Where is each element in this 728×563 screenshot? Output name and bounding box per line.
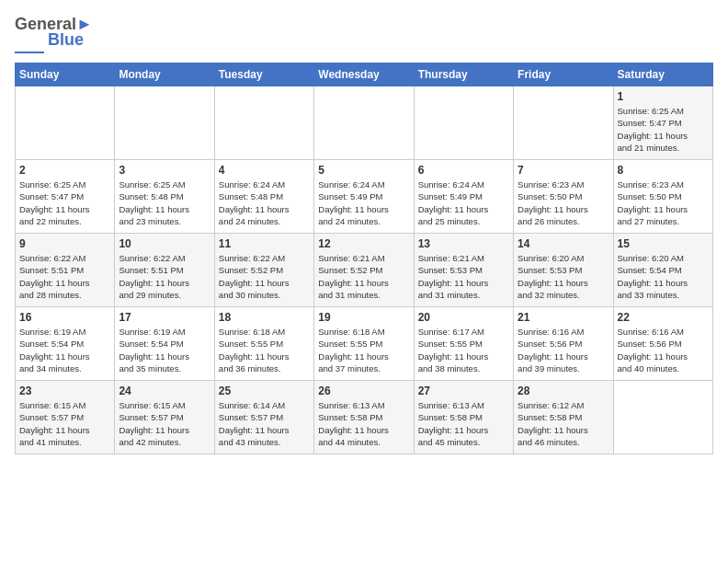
calendar-cell: 24Sunrise: 6:15 AM Sunset: 5:57 PM Dayli… — [115, 381, 214, 454]
day-number: 26 — [318, 385, 409, 397]
day-number: 23 — [19, 385, 110, 397]
day-number: 3 — [119, 164, 210, 177]
day-number: 16 — [19, 311, 110, 324]
col-header-wednesday: Wednesday — [314, 63, 414, 86]
day-number: 19 — [318, 311, 409, 324]
day-info: Sunrise: 6:25 AM Sunset: 5:47 PM Dayligh… — [618, 105, 709, 154]
calendar-cell — [214, 86, 313, 160]
day-number: 28 — [518, 385, 609, 397]
day-info: Sunrise: 6:15 AM Sunset: 5:57 PM Dayligh… — [119, 399, 210, 448]
day-number: 17 — [119, 311, 210, 324]
day-number: 5 — [318, 164, 409, 177]
calendar-cell: 4Sunrise: 6:24 AM Sunset: 5:48 PM Daylig… — [214, 160, 313, 234]
calendar-cell: 25Sunrise: 6:14 AM Sunset: 5:57 PM Dayli… — [214, 381, 313, 454]
day-info: Sunrise: 6:19 AM Sunset: 5:54 PM Dayligh… — [19, 326, 110, 374]
day-info: Sunrise: 6:23 AM Sunset: 5:50 PM Dayligh… — [518, 178, 609, 227]
day-number: 6 — [418, 164, 509, 177]
day-number: 25 — [219, 385, 310, 397]
calendar-cell: 22Sunrise: 6:16 AM Sunset: 5:56 PM Dayli… — [613, 307, 712, 381]
calendar-cell: 20Sunrise: 6:17 AM Sunset: 5:55 PM Dayli… — [414, 307, 513, 381]
day-number: 15 — [618, 237, 709, 250]
logo: General ► Blue — [15, 15, 93, 53]
day-info: Sunrise: 6:13 AM Sunset: 5:58 PM Dayligh… — [418, 399, 509, 448]
calendar-cell: 15Sunrise: 6:20 AM Sunset: 5:54 PM Dayli… — [613, 234, 712, 307]
day-info: Sunrise: 6:12 AM Sunset: 5:58 PM Dayligh… — [518, 399, 609, 448]
day-number: 14 — [518, 237, 609, 250]
calendar-cell — [514, 86, 613, 160]
calendar-cell: 5Sunrise: 6:24 AM Sunset: 5:49 PM Daylig… — [314, 160, 414, 234]
calendar-cell: 3Sunrise: 6:25 AM Sunset: 5:48 PM Daylig… — [115, 160, 214, 234]
day-number: 27 — [418, 385, 509, 397]
col-header-thursday: Thursday — [414, 63, 513, 86]
day-info: Sunrise: 6:20 AM Sunset: 5:54 PM Dayligh… — [618, 252, 709, 301]
calendar-cell — [16, 86, 115, 160]
calendar-cell: 19Sunrise: 6:18 AM Sunset: 5:55 PM Dayli… — [314, 307, 414, 381]
logo-underline — [15, 52, 44, 53]
calendar-cell: 21Sunrise: 6:16 AM Sunset: 5:56 PM Dayli… — [514, 307, 613, 381]
calendar-cell: 16Sunrise: 6:19 AM Sunset: 5:54 PM Dayli… — [16, 307, 115, 381]
calendar-cell: 26Sunrise: 6:13 AM Sunset: 5:58 PM Dayli… — [314, 381, 414, 454]
col-header-tuesday: Tuesday — [214, 63, 313, 86]
day-number: 21 — [518, 311, 609, 324]
day-info: Sunrise: 6:20 AM Sunset: 5:53 PM Dayligh… — [518, 252, 609, 301]
calendar-cell: 6Sunrise: 6:24 AM Sunset: 5:49 PM Daylig… — [414, 160, 513, 234]
day-info: Sunrise: 6:16 AM Sunset: 5:56 PM Dayligh… — [618, 326, 709, 374]
day-number: 7 — [518, 164, 609, 177]
day-info: Sunrise: 6:22 AM Sunset: 5:51 PM Dayligh… — [119, 252, 210, 301]
day-info: Sunrise: 6:16 AM Sunset: 5:56 PM Dayligh… — [518, 326, 609, 374]
calendar-cell: 9Sunrise: 6:22 AM Sunset: 5:51 PM Daylig… — [16, 234, 115, 307]
calendar-cell: 7Sunrise: 6:23 AM Sunset: 5:50 PM Daylig… — [514, 160, 613, 234]
calendar-cell: 8Sunrise: 6:23 AM Sunset: 5:50 PM Daylig… — [613, 160, 712, 234]
day-info: Sunrise: 6:21 AM Sunset: 5:53 PM Dayligh… — [418, 252, 509, 301]
day-number: 24 — [119, 385, 210, 397]
calendar-table: SundayMondayTuesdayWednesdayThursdayFrid… — [15, 63, 713, 454]
day-info: Sunrise: 6:18 AM Sunset: 5:55 PM Dayligh… — [219, 326, 310, 374]
page-header: General ► Blue — [15, 15, 713, 53]
calendar-cell: 13Sunrise: 6:21 AM Sunset: 5:53 PM Dayli… — [414, 234, 513, 307]
day-info: Sunrise: 6:13 AM Sunset: 5:58 PM Dayligh… — [318, 399, 409, 448]
day-number: 1 — [618, 90, 709, 103]
day-info: Sunrise: 6:14 AM Sunset: 5:57 PM Dayligh… — [219, 399, 310, 448]
calendar-cell: 17Sunrise: 6:19 AM Sunset: 5:54 PM Dayli… — [115, 307, 214, 381]
day-info: Sunrise: 6:21 AM Sunset: 5:52 PM Dayligh… — [318, 252, 409, 301]
calendar-cell — [314, 86, 414, 160]
day-info: Sunrise: 6:18 AM Sunset: 5:55 PM Dayligh… — [318, 326, 409, 374]
day-info: Sunrise: 6:24 AM Sunset: 5:48 PM Dayligh… — [219, 178, 310, 227]
day-info: Sunrise: 6:25 AM Sunset: 5:48 PM Dayligh… — [119, 178, 210, 227]
calendar-cell: 18Sunrise: 6:18 AM Sunset: 5:55 PM Dayli… — [214, 307, 313, 381]
day-info: Sunrise: 6:17 AM Sunset: 5:55 PM Dayligh… — [418, 326, 509, 374]
day-info: Sunrise: 6:24 AM Sunset: 5:49 PM Dayligh… — [318, 178, 409, 227]
day-number: 20 — [418, 311, 509, 324]
day-info: Sunrise: 6:22 AM Sunset: 5:51 PM Dayligh… — [19, 252, 110, 301]
calendar-cell: 12Sunrise: 6:21 AM Sunset: 5:52 PM Dayli… — [314, 234, 414, 307]
calendar-cell — [414, 86, 513, 160]
day-number: 11 — [219, 237, 310, 250]
col-header-sunday: Sunday — [16, 63, 115, 86]
day-info: Sunrise: 6:23 AM Sunset: 5:50 PM Dayligh… — [618, 178, 709, 227]
day-number: 13 — [418, 237, 509, 250]
day-info: Sunrise: 6:24 AM Sunset: 5:49 PM Dayligh… — [418, 178, 509, 227]
day-number: 18 — [219, 311, 310, 324]
col-header-friday: Friday — [514, 63, 613, 86]
calendar-cell: 10Sunrise: 6:22 AM Sunset: 5:51 PM Dayli… — [115, 234, 214, 307]
calendar-cell: 14Sunrise: 6:20 AM Sunset: 5:53 PM Dayli… — [514, 234, 613, 307]
calendar-cell — [613, 381, 712, 454]
col-header-saturday: Saturday — [613, 63, 712, 86]
day-number: 12 — [318, 237, 409, 250]
day-number: 10 — [119, 237, 210, 250]
calendar-cell: 1Sunrise: 6:25 AM Sunset: 5:47 PM Daylig… — [613, 86, 712, 160]
calendar-cell: 2Sunrise: 6:25 AM Sunset: 5:47 PM Daylig… — [16, 160, 115, 234]
day-number: 9 — [19, 237, 110, 250]
day-info: Sunrise: 6:15 AM Sunset: 5:57 PM Dayligh… — [19, 399, 110, 448]
calendar-cell: 27Sunrise: 6:13 AM Sunset: 5:58 PM Dayli… — [414, 381, 513, 454]
day-number: 4 — [219, 164, 310, 177]
calendar-cell: 23Sunrise: 6:15 AM Sunset: 5:57 PM Dayli… — [16, 381, 115, 454]
col-header-monday: Monday — [115, 63, 214, 86]
day-number: 22 — [618, 311, 709, 324]
calendar-cell: 11Sunrise: 6:22 AM Sunset: 5:52 PM Dayli… — [214, 234, 313, 307]
day-number: 2 — [19, 164, 110, 177]
day-info: Sunrise: 6:22 AM Sunset: 5:52 PM Dayligh… — [219, 252, 310, 301]
day-info: Sunrise: 6:25 AM Sunset: 5:47 PM Dayligh… — [19, 178, 110, 227]
logo-blue-word: Blue — [48, 30, 84, 50]
day-info: Sunrise: 6:19 AM Sunset: 5:54 PM Dayligh… — [119, 326, 210, 374]
